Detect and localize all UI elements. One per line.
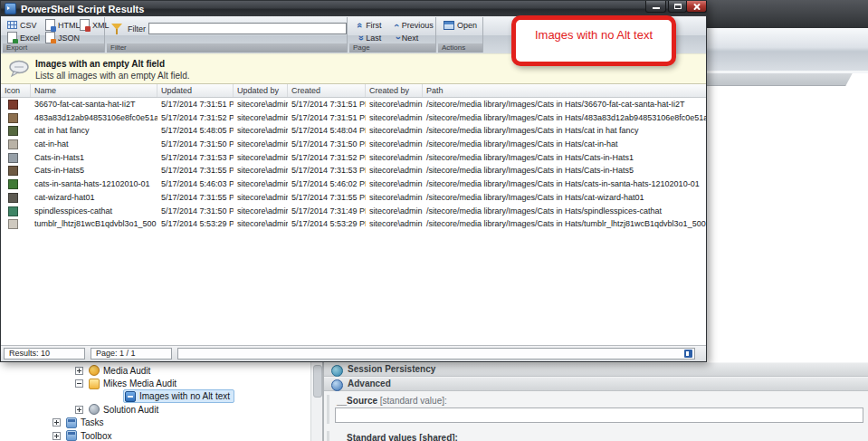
column-header-name[interactable]: Name	[31, 84, 157, 97]
source-field-name: __Source	[337, 396, 377, 406]
table-row[interactable]: tumblr_lhtzj81wcB1qdvbl3o1_500 5/17/2014…	[1, 217, 706, 231]
export-csv-button[interactable]: CSV	[5, 19, 40, 31]
cell-updated-by: sitecore\admin	[234, 124, 288, 138]
tree-item-label: Tasks	[81, 417, 104, 427]
export-group: CSV HTML XML Excel JSON Export	[3, 17, 105, 53]
cell-name: 36670-fat-cat-santa-hat-Ii2T	[31, 98, 157, 111]
annotation-callout: Images with no Alt text	[511, 15, 676, 66]
content-tree: Media Audit Mikes Media Audit Images wit…	[0, 362, 310, 441]
cell-updated: 5/17/2014 7:31:50 PM	[157, 205, 234, 218]
table-row[interactable]: 483a83d12ab94853106e8fc0e51a0071 5/17/20…	[1, 111, 706, 125]
cell-updated: 5/17/2014 7:31:51 PM	[157, 98, 234, 111]
tree-item[interactable]: Images with no Alt text	[0, 390, 310, 403]
close-button[interactable]	[686, 1, 707, 13]
powershell-app-icon	[5, 3, 16, 14]
cell-created: 5/17/2014 7:31:49 PM	[288, 205, 366, 218]
tree-expander-icon[interactable]	[75, 367, 83, 375]
tree-item-body[interactable]: Solution Audit	[87, 403, 163, 417]
tree-item-body[interactable]: Tasks	[64, 416, 109, 429]
tree-item-icon	[66, 417, 77, 428]
cell-created: 5/17/2014 7:31:53 PM	[288, 164, 366, 177]
table-row[interactable]: spindlesspices-cathat 5/17/2014 7:31:50 …	[1, 205, 706, 218]
maximize-button[interactable]	[668, 1, 687, 13]
column-header-updated[interactable]: Updated	[157, 84, 234, 97]
dialog-title: PowerShell Script Results	[21, 4, 144, 14]
tree-item[interactable]: Tasks	[0, 417, 310, 429]
cell-created-by: sitecore\admin	[366, 111, 423, 125]
table-row[interactable]: cats-in-santa-hats-12102010-01 5/17/2014…	[1, 177, 706, 191]
image-thumbnail	[8, 153, 18, 163]
page-last-button[interactable]: «Last	[355, 32, 384, 43]
column-header-updated-by[interactable]: Updated by	[234, 84, 288, 97]
html-doc-icon	[45, 19, 55, 31]
tree-item[interactable]: Mikes Media Audit	[0, 377, 310, 389]
image-thumbnail	[8, 193, 18, 203]
excel-doc-icon	[7, 32, 17, 43]
cell-updated: 5/17/2014 7:31:55 PM	[157, 164, 234, 177]
tree-item-label: Solution Audit	[103, 405, 158, 415]
export-json-button[interactable]: JSON	[43, 32, 82, 43]
page-next-button[interactable]: ‹Next	[393, 32, 421, 43]
minimize-button[interactable]	[645, 1, 666, 13]
export-excel-button[interactable]: Excel	[5, 32, 43, 43]
cell-created-by: sitecore\admin	[366, 191, 423, 205]
field-accent-bar	[327, 431, 329, 441]
tree-expander-icon[interactable]	[52, 432, 61, 440]
cell-path: /sitecore/media library/Images/Cats in H…	[423, 177, 706, 191]
page-first-button[interactable]: «First	[355, 19, 385, 31]
cell-created-by: sitecore\admin	[366, 138, 423, 151]
cell-name: Cats-in-Hats5	[31, 164, 157, 177]
cell-path: /sitecore/media library/Images/Cats in H…	[423, 138, 706, 151]
tree-item-body[interactable]: Toolbox	[64, 429, 116, 441]
page-previous-button[interactable]: ‹Previous	[393, 19, 436, 31]
tree-item[interactable]: Solution Audit	[0, 403, 310, 416]
filter-input[interactable]	[148, 23, 347, 34]
cell-updated-by: sitecore\admin	[234, 98, 288, 111]
expand-results-icon[interactable]	[684, 350, 692, 358]
tree-expander-icon[interactable]	[75, 379, 83, 388]
screen: { "window": { "title": "PowerShell Scrip…	[0, 0, 868, 441]
column-header-path[interactable]: Path	[423, 84, 706, 97]
column-header-created[interactable]: Created	[288, 84, 366, 97]
cell-updated-by: sitecore\admin	[234, 151, 288, 165]
csv-grid-icon	[7, 21, 17, 29]
tree-scrollbar-thumb[interactable]	[313, 365, 322, 398]
section-advanced[interactable]: Advanced	[324, 378, 868, 391]
image-thumbnail	[8, 166, 18, 176]
last-page-icon: «	[356, 34, 365, 40]
source-field-input[interactable]	[335, 407, 863, 423]
export-excel-label: Excel	[20, 34, 40, 43]
tree-item-body[interactable]: Images with no Alt text	[123, 389, 234, 403]
advanced-icon	[331, 379, 343, 391]
image-thumbnail	[8, 126, 18, 136]
page-indicator: Page: 1 / 1	[91, 348, 172, 360]
cell-created-by: sitecore\admin	[366, 177, 423, 191]
tree-item[interactable]: Media Audit	[0, 364, 310, 377]
filter-label: Filter	[128, 24, 146, 34]
column-header-created-by[interactable]: Created by	[366, 84, 423, 97]
cell-created: 5/17/2014 7:31:51 PM	[288, 98, 366, 111]
column-header-icon[interactable]: Icon	[1, 84, 31, 97]
table-row[interactable]: Cats-in-Hats5 5/17/2014 7:31:55 PM sitec…	[1, 164, 706, 177]
dialog-titlebar[interactable]: PowerShell Script Results	[1, 1, 706, 16]
tree-expander-icon[interactable]	[52, 418, 61, 427]
session-persistency-icon	[331, 365, 343, 377]
cell-updated-by: sitecore\admin	[234, 191, 288, 205]
table-row[interactable]: cat-in-hat 5/17/2014 7:31:50 PM sitecore…	[1, 138, 706, 151]
cell-created: 5/17/2014 7:31:52 PM	[288, 151, 366, 165]
cell-name: tumblr_lhtzj81wcB1qdvbl3o1_500	[31, 217, 157, 231]
table-row[interactable]: cat-wizard-hat01 5/17/2014 7:31:55 PM si…	[1, 191, 706, 205]
tree-item-body[interactable]: Media Audit	[87, 364, 155, 378]
cell-updated: 5/17/2014 7:31:50 PM	[157, 138, 234, 151]
table-row[interactable]: Cats-in-Hats1 5/17/2014 7:31:53 PM sitec…	[1, 151, 706, 165]
table-row[interactable]: 36670-fat-cat-santa-hat-Ii2T 5/17/2014 7…	[1, 98, 706, 111]
tree-expander-icon[interactable]	[75, 406, 83, 414]
cell-updated-by: sitecore\admin	[234, 164, 288, 177]
section-session-persistency[interactable]: Session Persistency	[324, 363, 868, 377]
tree-scrollbar[interactable]	[310, 362, 322, 441]
tree-item-body[interactable]: Mikes Media Audit	[87, 377, 181, 390]
table-row[interactable]: cat in hat fancy 5/17/2014 5:48:05 PM si…	[1, 124, 706, 138]
tree-item[interactable]: Toolbox	[0, 429, 310, 441]
open-button[interactable]: Open	[441, 19, 480, 31]
cell-updated: 5/17/2014 5:53:29 PM	[157, 217, 234, 231]
